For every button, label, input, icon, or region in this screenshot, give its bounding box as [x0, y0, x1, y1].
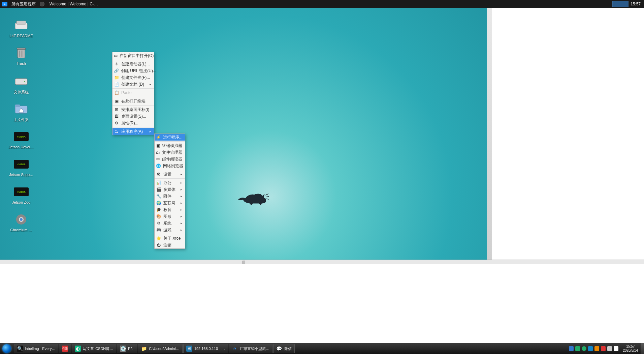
- icon-label: Jetson Devel…: [6, 145, 36, 149]
- window-title[interactable]: |Welcome | Welcome | C-…: [46, 2, 101, 6]
- office-icon: 📊: [156, 180, 161, 185]
- submenu-arrow-icon: ▸: [181, 195, 182, 198]
- tray-icon[interactable]: [569, 346, 574, 351]
- scrollbar-thumb[interactable]: [243, 261, 245, 264]
- desktop-icon-l4t-readme[interactable]: L4T-README: [6, 18, 36, 38]
- menu-create-launcher[interactable]: ✳创建启动器(L)...: [112, 61, 154, 67]
- tray-icon[interactable]: [582, 346, 586, 351]
- nvidia-icon: nVIDIA: [13, 129, 29, 144]
- folder-icon: 📁: [141, 346, 147, 352]
- taskbar-button-csdn[interactable]: ◐写文章-CSDN博…: [72, 344, 116, 353]
- menu-arrange-icons[interactable]: ⊞安排桌面图标(I): [112, 106, 154, 113]
- xfce-desktop[interactable]: L4T-README Trash 文件系统 主文件夹 nVIDIA Jetson…: [0, 8, 492, 260]
- svg-rect-6: [17, 48, 26, 50]
- nvidia-icon: nVIDIA: [13, 157, 29, 171]
- desktop-icon-home[interactable]: 主文件夹: [6, 102, 36, 122]
- show-desktop-button[interactable]: [641, 343, 644, 354]
- browser-icon: ◐: [75, 346, 81, 352]
- viewer-horizontal-scrollbar[interactable]: [0, 260, 644, 264]
- taskbar-button-vnc[interactable]: 🖥192.168.0.110 - …: [183, 344, 228, 353]
- system-tray[interactable]: [567, 343, 620, 354]
- desktop-icon-chromium[interactable]: Chromium …: [6, 212, 36, 232]
- svg-point-16: [20, 218, 23, 221]
- desktop-icon-jetson-support[interactable]: nVIDIA Jetson Supp…: [6, 157, 36, 177]
- folder-icon: 📁: [114, 75, 119, 80]
- menu-label: 游戏: [163, 227, 171, 233]
- tray-network-icon[interactable]: [607, 346, 612, 351]
- tray-icon[interactable]: [601, 346, 606, 351]
- menu-label: 创建启动器(L)...: [121, 61, 150, 67]
- icon-label: L4T-README: [6, 34, 36, 38]
- menu-label: 办公: [163, 180, 171, 186]
- tray-icon[interactable]: [588, 346, 593, 351]
- submenu-mail-reader[interactable]: ✉邮件阅读器: [155, 156, 185, 163]
- submenu-internet[interactable]: 🌍互联网▸: [155, 200, 185, 206]
- xfce-menu-icon[interactable]: ✦: [2, 2, 7, 6]
- taskbar-clock[interactable]: 15:57 2020/5/14: [620, 343, 641, 354]
- taskbar-button-users-folder[interactable]: 📁C:\Users\Admini…: [138, 344, 182, 353]
- menu-open-terminal-here[interactable]: ▣在此打开终端: [112, 98, 154, 105]
- all-applications-button[interactable]: 所有应用程序: [9, 1, 38, 7]
- menu-properties[interactable]: ⚙属性(R)...: [112, 120, 154, 126]
- desktop-icon-jetson-zoo[interactable]: nVIDIA Jetson Zoo: [6, 185, 36, 204]
- submenu-run-program[interactable]: ⚡运行程序...: [155, 134, 185, 141]
- submenu-accessories[interactable]: 🔧附件▸: [155, 193, 185, 200]
- applications-submenu: ⚡运行程序... ▣终端模拟器 🗂文件管理器 ✉邮件阅读器 🌐网络浏览器 🛠设置…: [154, 134, 185, 249]
- tray-icon[interactable]: [594, 346, 599, 351]
- menu-label: 在新窗口中打开(O): [120, 53, 154, 59]
- tray-volume-icon[interactable]: [614, 346, 618, 351]
- taskbar-label: 写文章-CSDN博…: [83, 346, 113, 351]
- taskbar-button-wechat[interactable]: 💬微信: [273, 344, 295, 353]
- desktop-icon-filesystem[interactable]: 文件系统: [6, 74, 36, 95]
- submenu-system[interactable]: ⚙系统▸: [155, 220, 185, 227]
- menu-applications[interactable]: 🗂应用程序(A)▸: [112, 128, 154, 135]
- submenu-terminal-emulator[interactable]: ▣终端模拟器: [155, 142, 185, 149]
- youdao-icon: 有道: [62, 346, 68, 352]
- drive-icon: [13, 74, 29, 88]
- taskbar-button-ie[interactable]: e厂家直销小型流…: [229, 344, 272, 353]
- submenu-office[interactable]: 📊办公▸: [155, 179, 185, 186]
- terminal-icon: ▣: [114, 98, 119, 104]
- workspace-switcher[interactable]: [612, 1, 629, 7]
- menu-label: 创建 URL 链接(U)...: [121, 68, 156, 74]
- multimedia-icon: 🎬: [156, 187, 161, 192]
- panel-clock[interactable]: 15:57: [631, 2, 644, 6]
- menu-create-folder[interactable]: 📁创建文件夹(F)...: [112, 74, 154, 81]
- menu-label: 网络浏览器: [163, 163, 183, 169]
- desktop-icon-jetson-devel[interactable]: nVIDIA Jetson Devel…: [6, 129, 36, 149]
- menu-open-new-window[interactable]: ▭在新窗口中打开(O): [112, 52, 154, 59]
- submenu-education[interactable]: 🎓教育▸: [155, 206, 185, 213]
- menu-desktop-settings[interactable]: 🖼桌面设置(S)...: [112, 113, 154, 120]
- menu-label: 教育: [163, 207, 171, 213]
- submenu-games[interactable]: 🎮游戏▸: [155, 227, 185, 233]
- menu-separator: [112, 127, 154, 127]
- submenu-graphics[interactable]: 🎨图形▸: [155, 213, 185, 220]
- submenu-multimedia[interactable]: 🎬多媒体▸: [155, 186, 185, 193]
- menu-separator: [155, 178, 185, 179]
- taskbar-button-youdao[interactable]: 有道: [59, 344, 71, 353]
- taskbar-button-labelimg[interactable]: 🔍labelImg - Every…: [14, 344, 58, 353]
- window-button-icon[interactable]: [40, 2, 44, 6]
- submenu-arrow-icon: ▸: [181, 201, 182, 205]
- submenu-settings[interactable]: 🛠设置▸: [155, 171, 185, 178]
- desktop-icon-trash[interactable]: Trash: [6, 46, 36, 65]
- submenu-file-manager[interactable]: 🗂文件管理器: [155, 149, 185, 156]
- menu-label: 邮件阅读器: [162, 156, 182, 162]
- submenu-about-xfce[interactable]: ⭐关于 Xfce: [155, 235, 185, 242]
- star-icon: ⭐: [156, 236, 161, 241]
- menu-label: 创建文档 (D): [121, 82, 144, 87]
- menu-label: 图形: [163, 214, 171, 219]
- submenu-arrow-icon: ▸: [150, 83, 151, 86]
- icon-label: 主文件夹: [6, 117, 36, 122]
- menu-create-document[interactable]: 📄创建文档 (D)▸: [112, 81, 154, 88]
- taskbar-label: 厂家直销小型流…: [240, 346, 269, 351]
- icon-label: Chromium …: [6, 228, 36, 232]
- taskbar-button-f-drive[interactable]: 💽F:\: [117, 344, 137, 353]
- submenu-logout[interactable]: ⏻注销: [155, 242, 185, 248]
- window-icon: ▭: [114, 53, 118, 58]
- tray-icon[interactable]: [575, 346, 580, 351]
- menu-create-url[interactable]: 🔗创建 URL 链接(U)...: [112, 67, 154, 74]
- submenu-arrow-icon: ▸: [181, 208, 182, 211]
- start-button[interactable]: [0, 343, 13, 354]
- submenu-web-browser[interactable]: 🌐网络浏览器: [155, 163, 185, 169]
